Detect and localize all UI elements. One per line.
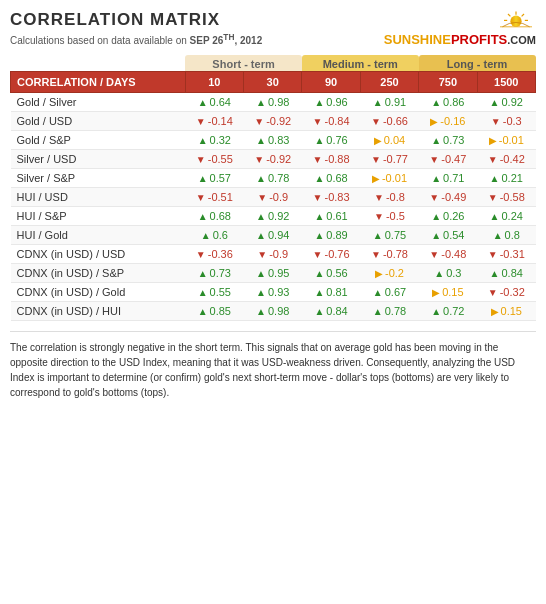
- data-cell: ▼-0.14: [185, 112, 243, 131]
- arrow-up-icon: ▲: [314, 287, 324, 298]
- cell-value: 0.85: [210, 305, 231, 317]
- table-row: CDNX (in USD) / S&P▲0.73▲0.95▲0.56▶-0.2▲…: [11, 264, 536, 283]
- cell-value: 0.98: [268, 96, 289, 108]
- cell-value: -0.16: [440, 115, 465, 127]
- arrow-down-icon: ▼: [254, 116, 264, 127]
- cell-value: 0.83: [268, 134, 289, 146]
- data-cell: ▶-0.01: [360, 169, 418, 188]
- arrow-up-icon: ▲: [431, 135, 441, 146]
- cell-value: 0.56: [326, 267, 347, 279]
- cell-value: -0.8: [386, 191, 405, 203]
- arrow-up-icon: ▲: [314, 211, 324, 222]
- table-row: Gold / USD▼-0.14▼-0.92▼-0.84▼-0.66▶-0.16…: [11, 112, 536, 131]
- arrow-down-icon: ▼: [374, 192, 384, 203]
- cell-value: -0.48: [441, 248, 466, 260]
- logo-text: SUNSHINEPROFITS.COM: [384, 32, 536, 47]
- data-cell: ▲0.83: [244, 131, 302, 150]
- data-cell: ▼-0.78: [360, 245, 418, 264]
- cell-value: 0.26: [443, 210, 464, 222]
- table-row: CDNX (in USD) / HUI▲0.85▲0.98▲0.84▲0.78▲…: [11, 302, 536, 321]
- svg-point-5: [510, 16, 521, 27]
- data-cell: ▲0.64: [185, 93, 243, 112]
- data-cell: ▶-0.2: [360, 264, 418, 283]
- arrow-down-icon: ▼: [371, 116, 381, 127]
- data-cell: ▶0.15: [419, 283, 477, 302]
- data-cell: ▼-0.88: [302, 150, 360, 169]
- cell-value: 0.32: [210, 134, 231, 146]
- cell-value: 0.94: [268, 229, 289, 241]
- cell-value: 0.91: [385, 96, 406, 108]
- data-cell: ▲0.68: [185, 207, 243, 226]
- data-cell: ▲0.67: [360, 283, 418, 302]
- data-cell: ▼-0.42: [477, 150, 535, 169]
- arrow-up-icon: ▲: [431, 173, 441, 184]
- arrow-up-icon: ▲: [431, 306, 441, 317]
- row-label: CDNX (in USD) / USD: [11, 245, 186, 264]
- data-cell: ▼-0.49: [419, 188, 477, 207]
- arrow-up-icon: ▲: [314, 97, 324, 108]
- arrow-down-icon: ▼: [429, 192, 439, 203]
- data-cell: ▲0.76: [302, 131, 360, 150]
- cell-value: 0.73: [210, 267, 231, 279]
- cell-value: -0.31: [500, 248, 525, 260]
- svg-line-1: [522, 14, 524, 16]
- data-cell: ▼-0.32: [477, 283, 535, 302]
- row-label: HUI / S&P: [11, 207, 186, 226]
- arrow-up-icon: ▲: [256, 230, 266, 241]
- arrow-neutral-icon: ▶: [491, 306, 499, 317]
- data-cell: ▲0.78: [360, 302, 418, 321]
- arrow-up-icon: ▲: [198, 173, 208, 184]
- data-cell: ▼-0.58: [477, 188, 535, 207]
- arrow-up-icon: ▲: [256, 211, 266, 222]
- arrow-up-icon: ▲: [373, 306, 383, 317]
- table-row: HUI / S&P▲0.68▲0.92▲0.61▼-0.5▲0.26▲0.24: [11, 207, 536, 226]
- data-cell: ▼-0.36: [185, 245, 243, 264]
- col-90-header: 90: [302, 72, 360, 93]
- data-cell: ▲0.98: [244, 302, 302, 321]
- data-cell: ▲0.32: [185, 131, 243, 150]
- cell-value: -0.9: [269, 248, 288, 260]
- arrow-down-icon: ▼: [257, 249, 267, 260]
- data-cell: ▲0.8: [477, 226, 535, 245]
- cell-value: 0.86: [443, 96, 464, 108]
- title-block: CORRELATION MATRIX Calculations based on…: [10, 10, 262, 46]
- long-term-header: Long - term: [419, 55, 536, 72]
- arrow-neutral-icon: ▶: [375, 268, 383, 279]
- arrow-neutral-icon: ▶: [430, 116, 438, 127]
- logo-sun-icon: [496, 10, 536, 30]
- cell-value: 0.92: [268, 210, 289, 222]
- table-row: Silver / USD▼-0.55▼-0.92▼-0.88▼-0.77▼-0.…: [11, 150, 536, 169]
- arrow-up-icon: ▲: [373, 97, 383, 108]
- arrow-up-icon: ▲: [373, 287, 383, 298]
- data-cell: ▼-0.83: [302, 188, 360, 207]
- data-cell: ▲0.26: [419, 207, 477, 226]
- table-body: Gold / Silver▲0.64▲0.98▲0.96▲0.91▲0.86▲0…: [11, 93, 536, 321]
- arrow-up-icon: ▲: [314, 306, 324, 317]
- cell-value: -0.84: [325, 115, 350, 127]
- arrow-neutral-icon: ▶: [489, 135, 497, 146]
- data-cell: ▶-0.01: [477, 131, 535, 150]
- row-label: Gold / USD: [11, 112, 186, 131]
- arrow-up-icon: ▲: [431, 230, 441, 241]
- data-cell: ▲0.92: [477, 93, 535, 112]
- cell-value: 0.68: [210, 210, 231, 222]
- arrow-up-icon: ▲: [431, 97, 441, 108]
- svg-line-3: [508, 14, 510, 16]
- row-label: Silver / USD: [11, 150, 186, 169]
- arrow-down-icon: ▼: [254, 154, 264, 165]
- arrow-down-icon: ▼: [488, 192, 498, 203]
- cell-value: 0.81: [326, 286, 347, 298]
- arrow-down-icon: ▼: [371, 249, 381, 260]
- data-cell: ▲0.75: [360, 226, 418, 245]
- arrow-down-icon: ▼: [313, 116, 323, 127]
- cell-value: -0.83: [325, 191, 350, 203]
- data-cell: ▼-0.9: [244, 245, 302, 264]
- arrow-down-icon: ▼: [429, 154, 439, 165]
- data-cell: ▲0.98: [244, 93, 302, 112]
- arrow-up-icon: ▲: [198, 135, 208, 146]
- cell-value: -0.51: [208, 191, 233, 203]
- arrow-up-icon: ▲: [256, 306, 266, 317]
- cell-value: -0.36: [208, 248, 233, 260]
- table-row: HUI / Gold▲0.6▲0.94▲0.89▲0.75▲0.54▲0.8: [11, 226, 536, 245]
- date: SEP 26TH, 2012: [190, 35, 263, 46]
